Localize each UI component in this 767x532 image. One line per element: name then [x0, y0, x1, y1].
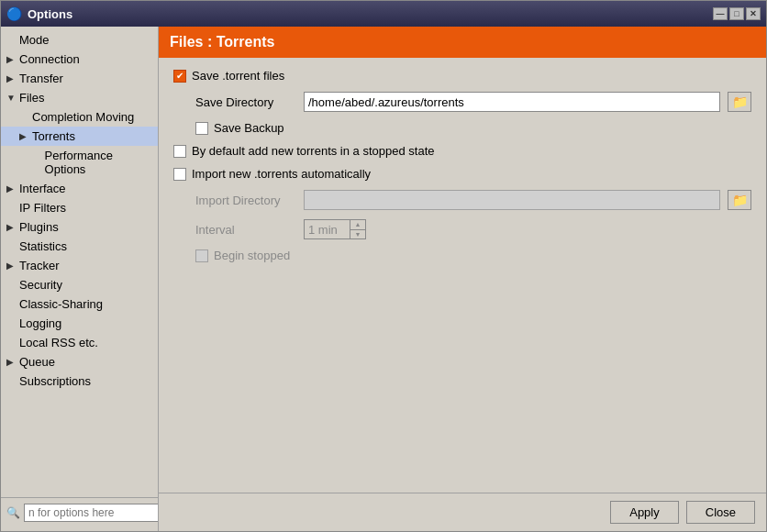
sidebar-item-label: Interface	[19, 182, 66, 195]
save-backup-checkbox-label[interactable]: Save Backup	[195, 121, 284, 135]
begin-stopped-checkbox-label: Begin stopped	[195, 249, 290, 262]
app-icon: 🔵	[6, 6, 22, 21]
sidebar-item-tracker[interactable]: ▶ Tracker	[1, 256, 158, 275]
window: 🔵 Options — □ ✕ Mode ▶ Connection ▶ Tran…	[0, 0, 767, 532]
sidebar-item-queue[interactable]: ▶ Queue	[1, 352, 158, 371]
sidebar-item-label: Queue	[19, 355, 55, 369]
sidebar-item-torrents[interactable]: ▶ Torrents	[1, 127, 158, 146]
arrow-icon: ▶	[19, 131, 28, 141]
sidebar-item-label: Plugins	[19, 220, 59, 234]
interval-label: Interval	[195, 223, 296, 237]
arrow-icon: ▼	[6, 93, 16, 103]
minimize-button[interactable]: —	[713, 7, 728, 20]
save-torrent-checkbox[interactable]: ✔	[173, 70, 186, 83]
panel-content: ✔ Save .torrent files Save Directory 📁 S…	[159, 58, 766, 493]
interval-value-input[interactable]	[304, 219, 350, 239]
sidebar-item-mode[interactable]: Mode	[1, 30, 158, 50]
save-directory-label: Save Directory	[195, 95, 296, 109]
sidebar-item-completion-moving[interactable]: Completion Moving	[1, 107, 158, 127]
sidebar-item-classic-sharing[interactable]: Classic-Sharing	[1, 294, 158, 314]
sidebar-item-performance-options[interactable]: Performance Options	[1, 146, 158, 179]
begin-stopped-checkbox[interactable]	[195, 249, 208, 262]
sidebar-item-files[interactable]: ▼ Files	[1, 88, 158, 107]
arrow-icon: ▶	[6, 54, 16, 64]
content-area: Mode ▶ Connection ▶ Transfer ▼ Files Com…	[1, 27, 766, 531]
sidebar-item-label: Tracker	[19, 259, 60, 272]
sidebar-item-label: Subscriptions	[19, 374, 91, 388]
sidebar-search-input[interactable]	[24, 504, 159, 522]
sidebar-item-label: Completion Moving	[32, 110, 134, 124]
main-panel: Files : Torrents ✔ Save .torrent files S…	[159, 27, 766, 531]
interval-spinner-up[interactable]: ▲	[350, 220, 365, 230]
import-directory-row: Import Directory 📁	[173, 190, 751, 210]
import-auto-checkbox-label[interactable]: Import new .torrents automatically	[173, 167, 371, 181]
sidebar-item-local-rss-etc[interactable]: Local RSS etc.	[1, 333, 158, 352]
sidebar-item-label: Logging	[19, 316, 61, 330]
footer: Apply Close	[159, 493, 766, 531]
interval-spinner-down[interactable]: ▼	[350, 230, 365, 239]
sidebar-search-area: 🔍 ✕	[1, 497, 158, 527]
apply-button[interactable]: Apply	[610, 501, 679, 524]
sidebar-item-label: Security	[19, 278, 62, 292]
restore-button[interactable]: □	[729, 7, 744, 20]
sidebar-item-label: Classic-Sharing	[19, 297, 103, 311]
panel-title: Files : Torrents	[170, 34, 274, 50]
arrow-icon: ▶	[6, 357, 16, 367]
save-backup-checkbox[interactable]	[195, 122, 208, 135]
save-directory-row: Save Directory 📁	[173, 92, 751, 112]
default-stopped-row: By default add new torrents in a stopped…	[173, 144, 751, 158]
save-torrent-label: Save .torrent files	[192, 69, 284, 83]
arrow-icon: ▶	[6, 183, 16, 194]
sidebar-item-label: IP Filters	[19, 201, 66, 215]
sidebar-item-label: Mode	[19, 33, 50, 47]
default-stopped-label: By default add new torrents in a stopped…	[192, 144, 435, 158]
sidebar-item-security[interactable]: Security	[1, 275, 158, 294]
panel-header: Files : Torrents	[159, 27, 766, 58]
sidebar-item-label: Files	[19, 91, 44, 105]
import-directory-browse-button: 📁	[728, 190, 751, 210]
titlebar-controls: — □ ✕	[713, 7, 761, 20]
arrow-icon: ▶	[6, 73, 16, 83]
sidebar-item-label: Statistics	[19, 239, 67, 253]
save-directory-browse-button[interactable]: 📁	[728, 92, 751, 112]
sidebar-item-ip-filters[interactable]: IP Filters	[1, 198, 158, 217]
sidebar-item-connection[interactable]: ▶ Connection	[1, 50, 158, 69]
sidebar-item-plugins[interactable]: ▶ Plugins	[1, 217, 158, 237]
import-directory-label: Import Directory	[195, 194, 296, 207]
begin-stopped-label: Begin stopped	[214, 249, 290, 262]
import-auto-checkbox[interactable]	[173, 168, 186, 181]
arrow-icon: ▶	[6, 260, 16, 271]
begin-stopped-row: Begin stopped	[173, 249, 751, 262]
close-button[interactable]: ✕	[746, 7, 761, 20]
sidebar-item-label: Performance Options	[45, 149, 152, 176]
sidebar-item-logging[interactable]: Logging	[1, 314, 158, 333]
sidebar-item-label: Torrents	[32, 129, 75, 143]
save-backup-row: Save Backup	[173, 121, 751, 135]
sidebar-item-subscriptions[interactable]: Subscriptions	[1, 371, 158, 391]
sidebar-item-statistics[interactable]: Statistics	[1, 237, 158, 256]
titlebar-left: 🔵 Options	[6, 6, 72, 21]
save-backup-label: Save Backup	[214, 121, 284, 135]
search-icon: 🔍	[6, 506, 20, 519]
sidebar-item-interface[interactable]: ▶ Interface	[1, 179, 158, 198]
interval-row: Interval ▲ ▼	[173, 219, 751, 239]
sidebar-item-label: Local RSS etc.	[19, 336, 98, 349]
arrow-icon: ▶	[6, 222, 16, 232]
interval-spinner: ▲ ▼	[304, 219, 366, 239]
window-title: Options	[28, 7, 72, 21]
import-auto-row: Import new .torrents automatically	[173, 167, 751, 181]
import-auto-label: Import new .torrents automatically	[192, 167, 371, 181]
titlebar: 🔵 Options — □ ✕	[1, 1, 766, 27]
sidebar-item-label: Transfer	[19, 72, 63, 85]
default-stopped-checkbox-label[interactable]: By default add new torrents in a stopped…	[173, 144, 435, 158]
default-stopped-checkbox[interactable]	[173, 145, 186, 158]
sidebar-item-label: Connection	[19, 52, 80, 66]
import-directory-input[interactable]	[304, 190, 720, 210]
sidebar: Mode ▶ Connection ▶ Transfer ▼ Files Com…	[1, 27, 159, 531]
sidebar-item-transfer[interactable]: ▶ Transfer	[1, 69, 158, 88]
save-directory-input[interactable]	[304, 92, 720, 112]
save-torrent-files-row: ✔ Save .torrent files	[173, 69, 751, 83]
save-torrent-checkbox-label[interactable]: ✔ Save .torrent files	[173, 69, 284, 83]
close-button[interactable]: Close	[686, 501, 755, 524]
interval-spinner-arrows: ▲ ▼	[350, 219, 366, 239]
